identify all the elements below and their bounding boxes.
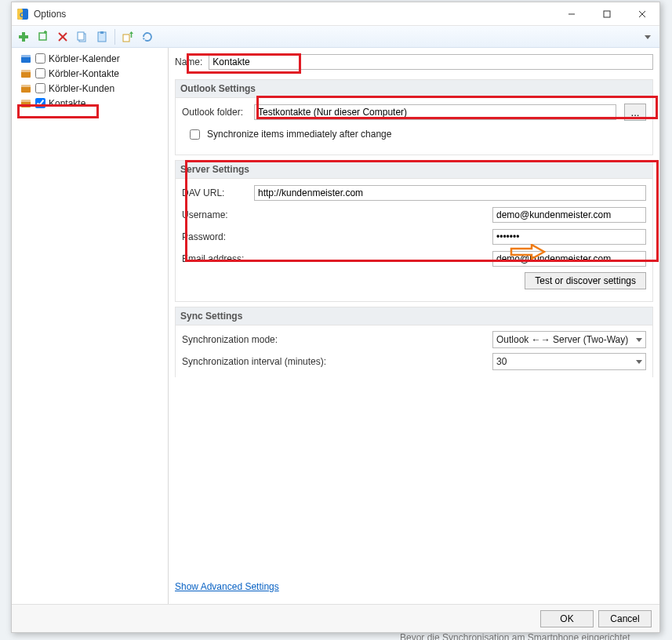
titlebar: O Options — [12, 2, 659, 26]
toolbar-separator — [114, 29, 115, 45]
svg-rect-11 — [45, 31, 46, 34]
tree-item-checkbox[interactable] — [35, 83, 45, 93]
sync-immediately-label: Synchronize items immediately after chan… — [207, 129, 391, 140]
sync-mode-value: Outlook ←→ Server (Two-Way) — [496, 334, 628, 345]
tree-item-label: Körbler-Kalender — [49, 53, 120, 64]
email-input[interactable] — [492, 251, 646, 267]
sync-interval-label: Synchronization interval (minutes): — [182, 356, 488, 367]
contacts-icon — [20, 82, 32, 95]
show-advanced-link[interactable]: Show Advanced Settings — [175, 581, 279, 592]
svg-marker-29 — [636, 338, 642, 342]
paste-icon[interactable] — [93, 28, 111, 45]
ok-button[interactable]: OK — [540, 610, 594, 627]
svg-rect-26 — [21, 85, 31, 87]
close-button[interactable] — [624, 2, 659, 25]
username-label: Username: — [182, 209, 249, 220]
sync-settings-body: Synchronization mode: Outlook ←→ Server … — [175, 325, 653, 377]
browse-folder-button[interactable]: ... — [624, 104, 646, 121]
outlook-folder-label: Outlook folder: — [182, 107, 249, 118]
outlook-settings-body: Outlook folder: ... Synchronize items im… — [175, 98, 653, 155]
refresh-icon[interactable] — [139, 28, 156, 45]
password-input[interactable] — [492, 229, 646, 245]
sync-settings-header: Sync Settings — [175, 307, 653, 325]
email-label: Email address: — [182, 253, 249, 264]
window-title: Options — [34, 9, 554, 20]
tree-item-checkbox[interactable] — [35, 68, 45, 78]
options-dialog: O Options — [11, 2, 660, 633]
svg-rect-18 — [123, 35, 129, 42]
toolbar — [12, 26, 659, 48]
chevron-down-icon — [636, 336, 642, 343]
server-settings-body: DAV URL: Username: Password: Email addre… — [175, 179, 653, 302]
tree-item-k-rbler-kalender[interactable]: Körbler-Kalender — [12, 51, 168, 66]
maximize-button[interactable] — [589, 2, 624, 25]
tree-item-label: Körbler-Kontakte — [49, 68, 119, 79]
test-discover-button[interactable]: Test or discover settings — [525, 272, 646, 289]
cancel-button[interactable]: Cancel — [598, 610, 652, 627]
settings-panel: Name: Outlook Settings Outlook folder: .… — [169, 48, 659, 604]
dialog-footer: OK Cancel — [12, 604, 659, 632]
add-icon[interactable] — [15, 28, 32, 45]
tree-item-kontakte[interactable]: Kontakte — [12, 96, 168, 111]
name-label: Name: — [175, 56, 202, 67]
server-settings-header: Server Settings — [175, 160, 653, 179]
cancel-label: Cancel — [610, 613, 639, 624]
svg-rect-9 — [39, 33, 46, 40]
background-text: Bevor die Synchronisation am Smartphone … — [400, 632, 630, 640]
app-icon: O — [16, 8, 29, 20]
svg-rect-4 — [604, 11, 610, 17]
profile-name-input[interactable] — [209, 54, 653, 70]
sync-immediately-checkbox[interactable]: Synchronize items immediately after chan… — [182, 125, 646, 144]
svg-marker-20 — [645, 35, 651, 39]
chevron-down-icon — [636, 358, 642, 365]
svg-rect-8 — [19, 35, 28, 38]
test-discover-label: Test or discover settings — [535, 275, 636, 286]
sync-interval-select[interactable]: 30 — [492, 353, 646, 370]
outlook-settings-header: Outlook Settings — [175, 79, 653, 98]
profiles-tree: Körbler-KalenderKörbler-KontakteKörbler-… — [12, 48, 169, 604]
outlook-folder-input[interactable] — [254, 104, 616, 120]
dav-url-label: DAV URL: — [182, 187, 249, 198]
minimize-button[interactable] — [554, 2, 589, 25]
sync-mode-label: Synchronization mode: — [182, 334, 488, 345]
svg-marker-30 — [636, 360, 642, 364]
tree-item-label: Körbler-Kunden — [49, 83, 114, 94]
tree-item-k-rbler-kontakte[interactable]: Körbler-Kontakte — [12, 66, 168, 81]
svg-rect-24 — [21, 70, 31, 72]
dav-url-input[interactable] — [254, 185, 646, 201]
tree-item-label: Kontakte — [49, 98, 85, 109]
svg-text:O: O — [20, 11, 25, 19]
add-many-icon[interactable] — [35, 28, 52, 45]
sync-mode-select[interactable]: Outlook ←→ Server (Two-Way) — [492, 331, 646, 348]
svg-rect-22 — [21, 55, 31, 57]
tree-item-checkbox[interactable] — [35, 98, 45, 108]
contacts-icon — [20, 97, 32, 110]
toolbar-overflow-icon[interactable] — [639, 28, 656, 45]
ok-label: OK — [560, 613, 573, 624]
svg-rect-17 — [100, 31, 104, 34]
export-icon[interactable] — [119, 28, 136, 45]
ellipsis-icon: ... — [630, 107, 639, 118]
copy-icon[interactable] — [74, 28, 91, 45]
password-label: Password: — [182, 231, 249, 242]
svg-rect-15 — [78, 32, 84, 40]
delete-icon[interactable] — [54, 28, 71, 45]
username-input[interactable] — [492, 207, 646, 223]
svg-rect-28 — [21, 100, 31, 102]
tree-item-checkbox[interactable] — [35, 53, 45, 64]
sync-immediately-input[interactable] — [190, 129, 200, 140]
contacts-icon — [20, 67, 32, 80]
calendar-icon — [20, 53, 32, 65]
sync-interval-value: 30 — [496, 356, 507, 367]
tree-item-k-rbler-kunden[interactable]: Körbler-Kunden — [12, 81, 168, 96]
